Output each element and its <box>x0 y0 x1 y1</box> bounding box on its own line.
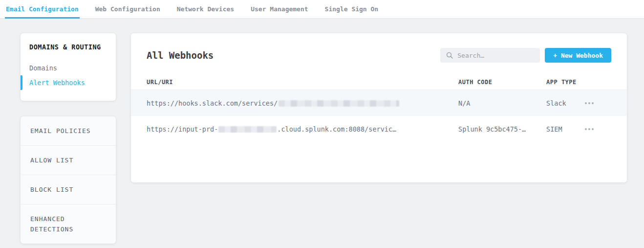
panel-header: All Webhooks + New Webhook <box>131 48 627 63</box>
search-icon <box>446 52 453 59</box>
new-webhook-button[interactable]: + New Webhook <box>545 48 611 63</box>
domains-routing-card: DOMAINS & ROUTING Domains Alert Webhooks <box>21 33 116 101</box>
row-options-menu-icon[interactable] <box>584 99 595 107</box>
search-input[interactable] <box>457 52 534 59</box>
sidebar-item-allow-list[interactable]: ALLOW LIST <box>21 146 116 175</box>
page-title: All Webhooks <box>147 50 214 61</box>
webhook-auth-code: Splunk 9c5bc475-… <box>458 125 546 133</box>
tab-email-configuration[interactable]: Email Configuration <box>5 0 80 18</box>
row-menu-cell <box>584 125 613 133</box>
sidebar-sections-card: EMAIL POLICIES ALLOW LIST BLOCK LIST ENH… <box>21 116 116 244</box>
webhook-auth-code: N/A <box>458 99 546 107</box>
sidebar-item-alert-webhooks[interactable]: Alert Webhooks <box>21 75 116 90</box>
column-header-app-type: APP TYPE <box>546 79 584 86</box>
sidebar-item-domains[interactable]: Domains <box>21 61 116 75</box>
sidebar-item-block-list[interactable]: BLOCK LIST <box>21 175 116 204</box>
tab-user-management[interactable]: User Management <box>250 0 309 18</box>
sidebar-item-email-policies[interactable]: EMAIL POLICIES <box>21 116 116 146</box>
table-row: https://hooks.slack.com/services/ N/A Sl… <box>131 90 627 116</box>
header-actions: + New Webhook <box>440 48 611 63</box>
webhook-app-type: Slack <box>546 99 584 107</box>
webhook-url: https://input-prd-.cloud.splunk.com:8088… <box>147 125 458 133</box>
webhook-url-suffix: .cloud.splunk.com:8088/servic… <box>277 125 396 133</box>
domains-routing-heading: DOMAINS & ROUTING <box>21 43 116 51</box>
search-box[interactable] <box>440 48 540 63</box>
page-body: DOMAINS & ROUTING Domains Alert Webhooks… <box>0 19 644 244</box>
table-header-row: URL/URI AUTH CODE APP TYPE <box>131 74 627 90</box>
webhook-app-type: SIEM <box>546 125 584 133</box>
webhooks-panel: All Webhooks + New Webhook URL/URI AUTH … <box>131 33 627 182</box>
tab-web-configuration[interactable]: Web Configuration <box>94 0 161 18</box>
row-options-menu-icon[interactable] <box>584 125 595 133</box>
tab-network-devices[interactable]: Network Devices <box>176 0 235 18</box>
sidebar-item-enhanced-detections[interactable]: ENHANCED DETECTIONS <box>21 204 116 244</box>
webhook-url-text: https://hooks.slack.com/services/ <box>147 99 278 107</box>
webhooks-table: URL/URI AUTH CODE APP TYPE https://hooks… <box>131 74 627 142</box>
sidebar: DOMAINS & ROUTING Domains Alert Webhooks… <box>21 33 116 244</box>
table-row: https://input-prd-.cloud.splunk.com:8088… <box>131 116 627 142</box>
column-header-auth-code: AUTH CODE <box>458 79 546 86</box>
redacted-url-segment <box>279 100 399 107</box>
row-menu-cell <box>584 99 613 107</box>
column-header-url: URL/URI <box>147 79 458 86</box>
webhook-url: https://hooks.slack.com/services/ <box>147 99 458 107</box>
redacted-url-segment <box>218 126 277 133</box>
webhook-url-text: https://input-prd- <box>147 125 218 133</box>
top-navigation: Email Configuration Web Configuration Ne… <box>0 0 644 19</box>
tab-single-sign-on[interactable]: Single Sign On <box>324 0 380 18</box>
